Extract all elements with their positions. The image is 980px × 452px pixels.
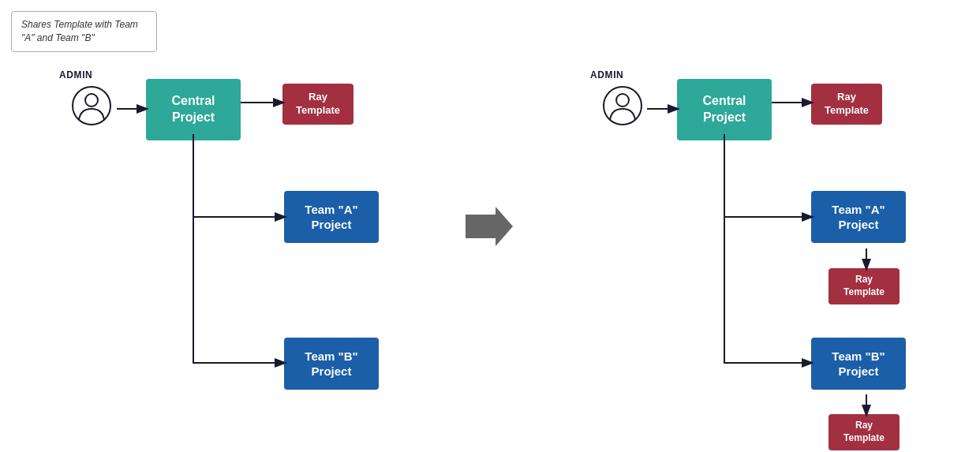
right-ray-template-b: RayTemplate: [829, 414, 900, 450]
left-team-b: Team "B"Project: [284, 338, 379, 390]
right-person-icon: [602, 85, 643, 126]
left-admin-label: ADMIN: [59, 69, 92, 80]
svg-point-8: [85, 94, 98, 106]
right-team-a: Team "A"Project: [811, 191, 906, 243]
right-ray-template-top: RayTemplate: [811, 84, 882, 125]
right-ray-template-a-label: RayTemplate: [843, 274, 885, 298]
callout-box: Shares Template with Team "A" and Team "…: [11, 11, 157, 52]
left-team-b-label: Team "B"Project: [305, 349, 357, 379]
right-team-b-label: Team "B"Project: [832, 349, 885, 379]
left-ray-template: RayTemplate: [282, 84, 353, 125]
left-team-a: Team "A"Project: [284, 191, 379, 243]
svg-point-10: [616, 94, 629, 106]
callout-text: Shares Template with Team "A" and Team "…: [21, 19, 138, 43]
left-central-project-label: CentralProject: [171, 93, 215, 126]
diagram-container: Shares Template with Team "A" and Team "…: [0, 0, 980, 452]
svg-marker-0: [466, 207, 513, 246]
right-ray-template-a: RayTemplate: [829, 268, 900, 304]
right-ray-template-top-label: RayTemplate: [825, 91, 869, 118]
right-team-b: Team "B"Project: [811, 338, 906, 390]
transition-arrow: [466, 207, 513, 246]
left-ray-template-label: RayTemplate: [296, 91, 340, 118]
left-central-project: CentralProject: [146, 79, 241, 140]
right-central-project: CentralProject: [677, 79, 772, 140]
left-person-icon: [71, 85, 112, 126]
left-team-a-label: Team "A"Project: [305, 202, 357, 233]
right-admin-label: ADMIN: [590, 69, 623, 80]
right-ray-template-b-label: RayTemplate: [843, 420, 885, 444]
right-team-a-label: Team "A"Project: [832, 202, 885, 233]
right-central-project-label: CentralProject: [702, 93, 746, 126]
